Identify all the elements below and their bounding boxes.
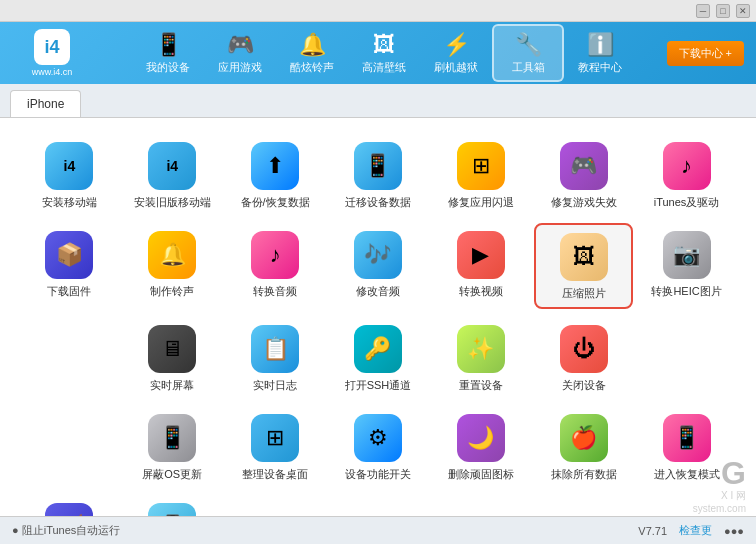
tool-item-convert-audio-itunes[interactable]: ♪ 转换音频: [226, 223, 325, 308]
nav-item-my-device[interactable]: 📱我的设备: [132, 24, 204, 82]
tool-item-deactivate[interactable]: 📱 反激活设备: [123, 495, 222, 516]
tool-item-compress-photo[interactable]: 🖼 压缩照片: [534, 223, 633, 308]
nav-items: 📱我的设备🎮应用游戏🔔酷炫铃声🖼高清壁纸⚡刷机越狱🔧工具箱ℹ️教程中心: [102, 24, 667, 82]
version-label: V7.71: [638, 525, 667, 537]
wipe-data-icon: 🍎: [560, 414, 608, 462]
tool-item-repair-game[interactable]: 🎮 修复游戏失效: [534, 134, 633, 215]
compress-photo-label: 压缩照片: [562, 286, 606, 300]
nav-item-ringtones[interactable]: 🔔酷炫铃声: [276, 24, 348, 82]
backup-data-label: 备份/恢复数据: [241, 195, 310, 209]
tab-iphone[interactable]: iPhone: [10, 90, 81, 117]
tool-item-backup-data[interactable]: ⬆ 备份/恢复数据: [226, 134, 325, 215]
tool-item-itunes-drive[interactable]: ♪ iTunes及驱动: [637, 134, 736, 215]
tool-item-repair-app[interactable]: ⊞ 修复应用闪退: [431, 134, 530, 215]
tool-item-install-daily[interactable]: i4 安装旧版移动端: [123, 134, 222, 215]
itunes-drive-icon: ♪: [663, 142, 711, 190]
tutorials-icon: ℹ️: [587, 32, 614, 58]
convert-heic-label: 转换HEIC图片: [651, 284, 721, 298]
restore-button[interactable]: □: [716, 4, 730, 18]
nav-label-apps-games: 应用游戏: [218, 60, 262, 75]
title-bar: ─ □ ✕: [0, 0, 756, 22]
tool-item-make-ringtone[interactable]: 🔔 制作铃声: [123, 223, 222, 308]
daily-log-label: 实时日志: [253, 378, 297, 392]
repair-game-icon: 🎮: [560, 142, 608, 190]
device-toggle-icon: ⚙: [354, 414, 402, 462]
nav-item-apps-games[interactable]: 🎮应用游戏: [204, 24, 276, 82]
tool-item-migrate-data[interactable]: 📱 迁移设备数据: [329, 134, 428, 215]
organize-desktop-label: 整理设备桌面: [242, 467, 308, 481]
tool-item-realtime-screen[interactable]: 🖥 实时屏幕: [123, 317, 222, 398]
nav-item-tutorials[interactable]: ℹ️教程中心: [564, 24, 636, 82]
tool-item-convert-heic[interactable]: 📷 转换HEIC图片: [637, 223, 736, 308]
tool-item-daily-log[interactable]: 📋 实时日志: [226, 317, 325, 398]
my-device-icon: 📱: [155, 32, 182, 58]
modify-audio-icon: 🎶: [354, 231, 402, 279]
device-toggle-label: 设备功能开关: [345, 467, 411, 481]
shutdown-icon: ⏻: [560, 325, 608, 373]
watermark-g: G: [721, 457, 746, 489]
convert-heic-icon: 📷: [663, 231, 711, 279]
main-content: i4 安装移动端 i4 安装旧版移动端 ⬆ 备份/恢复数据 📱 迁移设备数据 ⊞…: [0, 118, 756, 516]
remove-icons-icon: 🌙: [457, 414, 505, 462]
tool-item-wipe-data[interactable]: 🍎 抹除所有数据: [534, 406, 633, 487]
install-app-label: 安装移动端: [42, 195, 97, 209]
install-daily-label: 安装旧版移动端: [134, 195, 211, 209]
nav-label-tools: 工具箱: [512, 60, 545, 75]
nav-item-wallpaper[interactable]: 🖼高清壁纸: [348, 24, 420, 82]
tool-item-install-app[interactable]: i4 安装移动端: [20, 134, 119, 215]
install-daily-icon: i4: [148, 142, 196, 190]
shutdown-label: 关闭设备: [562, 378, 606, 392]
tool-item-download-firmware[interactable]: 📦 下载固件: [20, 223, 119, 308]
close-button[interactable]: ✕: [736, 4, 750, 18]
logo-text: www.i4.cn: [32, 67, 73, 77]
watermark: G X I 网 system.com: [693, 457, 746, 514]
daily-log-icon: 📋: [251, 325, 299, 373]
tool-item-reset-device[interactable]: ✨ 重置设备: [431, 317, 530, 398]
remove-icons-label: 删除顽固图标: [448, 467, 514, 481]
download-center-button[interactable]: 下载中心 +: [667, 41, 744, 66]
network-status: ●●●: [724, 525, 744, 537]
tools-icon: 🔧: [515, 32, 542, 58]
convert-video-label: 转换视频: [459, 284, 503, 298]
nav-label-flash: 刷机越狱: [434, 60, 478, 75]
minimize-button[interactable]: ─: [696, 4, 710, 18]
repair-app-icon: ⊞: [457, 142, 505, 190]
tool-item-device-toggle[interactable]: ⚙ 设备功能开关: [329, 406, 428, 487]
nav-label-ringtones: 酷炫铃声: [290, 60, 334, 75]
tool-item-update-ios[interactable]: 📱 屏蔽OS更新: [123, 406, 222, 487]
convert-audio-itunes-label: 转换音频: [253, 284, 297, 298]
nav-item-tools[interactable]: 🔧工具箱: [492, 24, 564, 82]
nav-label-my-device: 我的设备: [146, 60, 190, 75]
tool-item-organize-desktop[interactable]: ⊞ 整理设备桌面: [226, 406, 325, 487]
tool-item-convert-video[interactable]: ▶ 转换视频: [431, 223, 530, 308]
tool-item-ssh-tunnel[interactable]: 🔑 打开SSH通道: [329, 317, 428, 398]
wipe-data-label: 抹除所有数据: [551, 467, 617, 481]
install-app-icon: i4: [45, 142, 93, 190]
repair-game-label: 修复游戏失效: [551, 195, 617, 209]
nav-item-flash[interactable]: ⚡刷机越狱: [420, 24, 492, 82]
download-firmware-icon: 📦: [45, 231, 93, 279]
status-bar: ● 阻止iTunes自动运行 V7.71 检查更 ●●●: [0, 516, 756, 544]
empty-cell: [20, 317, 119, 398]
modify-audio-label: 修改音频: [356, 284, 400, 298]
reset-device-icon: ✨: [457, 325, 505, 373]
tool-item-modify-audio[interactable]: 🎶 修改音频: [329, 223, 428, 308]
make-ringtone-label: 制作铃声: [150, 284, 194, 298]
reset-device-label: 重置设备: [459, 378, 503, 392]
logo-icon: i4: [34, 29, 70, 65]
tab-bar: iPhone: [0, 84, 756, 118]
convert-video-icon: ▶: [457, 231, 505, 279]
make-ringtone-icon: 🔔: [148, 231, 196, 279]
wallpaper-icon: 🖼: [373, 32, 395, 58]
tool-item-remove-icons[interactable]: 🌙 删除顽固图标: [431, 406, 530, 487]
check-update-link[interactable]: 检查更: [679, 523, 712, 538]
empty-cell: [637, 317, 736, 398]
update-ios-label: 屏蔽OS更新: [142, 467, 202, 481]
convert-audio-itunes-icon: ♪: [251, 231, 299, 279]
status-right: V7.71 检查更 ●●●: [638, 523, 744, 538]
tool-item-clean-junk[interactable]: 🧹 清理设备垃圾: [20, 495, 119, 516]
itunes-status: ● 阻止iTunes自动运行: [12, 523, 120, 538]
tool-item-shutdown[interactable]: ⏻ 关闭设备: [534, 317, 633, 398]
repair-app-label: 修复应用闪退: [448, 195, 514, 209]
migrate-data-icon: 📱: [354, 142, 402, 190]
